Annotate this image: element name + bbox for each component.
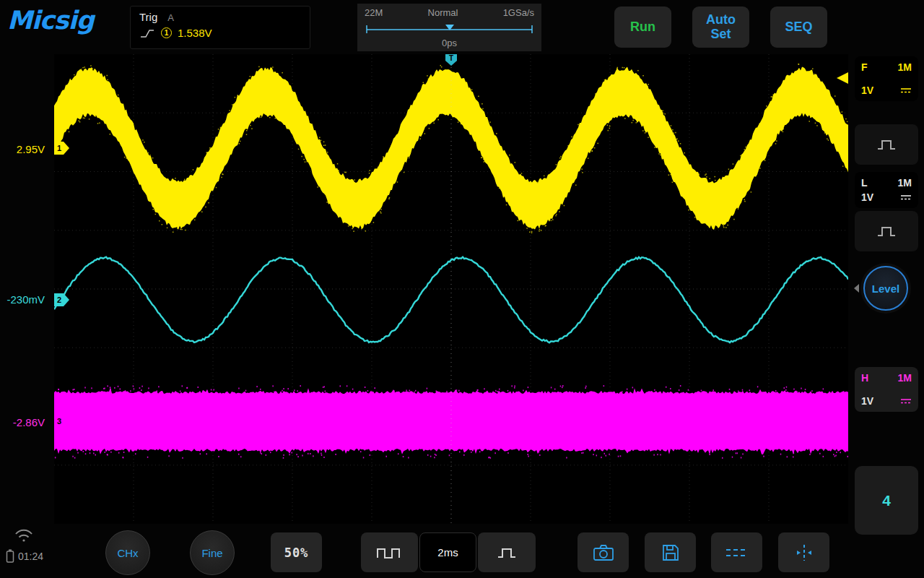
waveform-canvas: 123T (54, 54, 848, 524)
level-collapse-arrow-icon[interactable] (853, 283, 860, 293)
fine-adjust-button[interactable]: Fine (190, 530, 235, 575)
ch1-scale: 1V (861, 85, 873, 96)
acquire-mode: Normal (428, 7, 458, 18)
svg-text:3: 3 (57, 417, 61, 426)
ch1-coupling-label: F (861, 61, 868, 73)
waveform-display[interactable]: 123T (54, 54, 848, 524)
autoset-button[interactable]: Auto Set (692, 7, 749, 48)
screenshot-button[interactable] (578, 532, 629, 572)
trigger-position-percent-button[interactable]: 50% (271, 532, 322, 572)
battery-icon (6, 549, 14, 564)
svg-text:1: 1 (57, 144, 61, 152)
horizontal-position-value: 0ps (365, 38, 534, 48)
memory-depth: 22M (365, 7, 383, 18)
channel1-settings-box[interactable]: F 1M 1V (855, 56, 918, 101)
sample-rate: 1GSa/s (503, 7, 534, 18)
ch2-bandwidth: 1M (898, 177, 912, 189)
trigger-level-knob[interactable]: Level (863, 266, 908, 311)
dashed-lines-icon (725, 546, 749, 559)
dc-coupling-icon (900, 194, 912, 201)
ch1-bandwidth: 1M (898, 61, 912, 73)
trigger-source-badge: 1 (161, 27, 172, 38)
svg-text:T: T (449, 54, 453, 62)
reference-lines-button[interactable] (711, 532, 762, 572)
vertical-cursor-icon (795, 543, 814, 562)
oscilloscope-app: Micsig Trig A 1 1.538V 22M Normal 1GSa/s (0, 0, 924, 578)
svg-text:2: 2 (57, 296, 61, 304)
channel3-settings-box[interactable]: H 1M 1V (855, 367, 918, 412)
ch3-bandwidth: 1M (898, 372, 912, 384)
clock-time: 01:24 (18, 551, 43, 562)
horizontal-position-slider[interactable] (365, 23, 534, 33)
ch3-level-label: -2.86V (0, 416, 45, 428)
pulse-icon (876, 224, 897, 238)
pulse-icon (496, 545, 518, 560)
channel-select-button[interactable]: CHx (105, 530, 150, 575)
timebase-button[interactable]: 2ms (419, 532, 476, 572)
ch1-level-label: 2.95V (0, 143, 45, 155)
ch2-level-label: -230mV (0, 293, 45, 306)
trigger-channel: A (167, 12, 174, 23)
floppy-save-icon (661, 543, 680, 562)
save-button[interactable] (645, 532, 696, 572)
seq-button[interactable]: SEQ (770, 7, 827, 48)
dc-coupling-icon (900, 397, 912, 405)
trigger-level-value: 1.538V (178, 27, 212, 39)
brand-logo: Micsig (7, 6, 93, 35)
rising-edge-icon (139, 27, 155, 39)
camera-icon (593, 544, 614, 561)
pulse-wave-button[interactable] (478, 532, 536, 572)
run-button[interactable]: Run (614, 7, 671, 48)
channel2-settings-box[interactable]: L 1M 1V (855, 172, 918, 208)
ch3-coupling-label: H (861, 372, 868, 384)
cursors-button[interactable] (778, 532, 829, 572)
trigger-info-panel[interactable]: Trig A 1 1.538V (130, 6, 310, 49)
pulse-icon (876, 137, 897, 152)
wifi-icon (14, 528, 33, 543)
status-area: 01:24 (6, 549, 43, 564)
square-wave-icon (375, 545, 404, 561)
channel4-button[interactable]: 4 (855, 466, 918, 535)
trigger-label: Trig (139, 11, 157, 23)
square-wave-button[interactable] (361, 532, 418, 572)
dc-coupling-icon (900, 87, 912, 94)
trigger-type-button-1[interactable] (855, 124, 918, 165)
ch2-coupling-label: L (861, 177, 868, 189)
ch2-scale: 1V (861, 191, 873, 203)
trigger-type-button-2[interactable] (855, 211, 918, 251)
ch3-scale: 1V (861, 395, 873, 407)
acquisition-panel[interactable]: 22M Normal 1GSa/s 0ps (357, 4, 541, 51)
